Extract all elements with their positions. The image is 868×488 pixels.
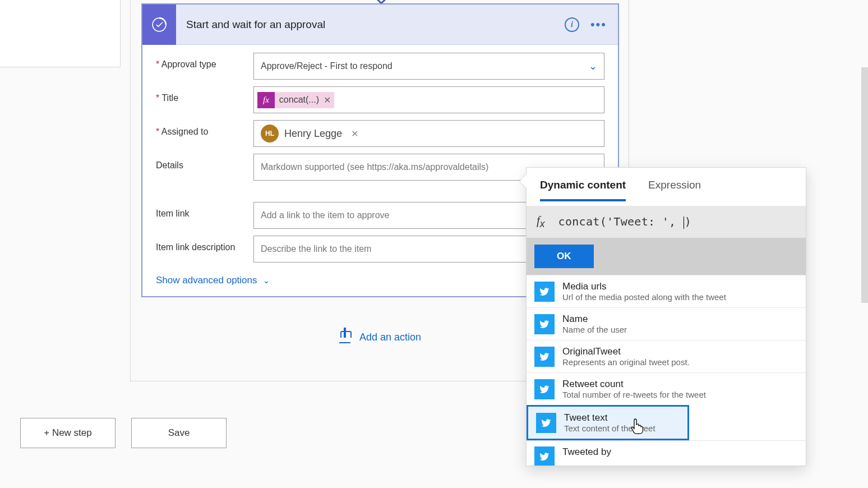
expression-input-row[interactable]: fx concat('Tweet: ', ) (527, 206, 806, 238)
title-input[interactable]: fx concat(...) ✕ (253, 86, 604, 113)
dc-desc: Total number of re-tweets for the tweet (562, 390, 706, 399)
twitter-icon (534, 347, 555, 367)
approval-type-value: Approve/Reject - First to respond (261, 61, 393, 71)
approval-icon (142, 4, 176, 45)
dc-title: Media urls (562, 281, 726, 292)
scrollbar[interactable] (861, 67, 868, 303)
field-approval-type: Approval type Approve/Reject - First to … (156, 53, 604, 80)
fx-symbol-icon: fx (537, 214, 545, 230)
new-step-button[interactable]: + New step (20, 418, 116, 448)
show-advanced-options-link[interactable]: Show advanced options ⌄ (156, 275, 270, 286)
twitter-icon (534, 446, 555, 466)
flow-designer-canvas: Start and wait for an approval i ••• App… (0, 0, 868, 488)
save-label: Save (168, 427, 190, 439)
remove-token-icon[interactable]: ✕ (324, 95, 334, 105)
expression-text: concat('Tweet: ', ) (558, 215, 691, 229)
flyout-tabs: Dynamic content Expression (527, 168, 806, 201)
dc-item-name[interactable]: Name Name of the user (527, 307, 806, 340)
ok-button[interactable]: OK (534, 245, 594, 268)
item-link-placeholder: Add a link to the item to approve (261, 210, 389, 220)
ok-row: OK (527, 238, 806, 275)
remove-person-icon[interactable]: ✕ (351, 128, 358, 139)
new-step-label: + New step (44, 427, 92, 439)
dc-item-retweet-count[interactable]: Retweet count Total number of re-tweets … (527, 372, 806, 405)
dc-desc: Url of the media posted along with the t… (562, 292, 726, 302)
label-title: Title (156, 86, 253, 103)
dc-title: Tweet text (564, 412, 655, 423)
item-link-desc-placeholder: Describe the link to the item (261, 244, 371, 254)
dc-item-original-tweet[interactable]: OriginalTweet Represents an original twe… (527, 340, 806, 372)
person-chip[interactable]: HL Henry Legge ✕ (261, 125, 358, 142)
avatar: HL (261, 125, 279, 142)
add-action-label: Add an action (359, 332, 421, 343)
dynamic-content-flyout: Dynamic content Expression fx concat('Tw… (526, 167, 806, 466)
dc-desc: Represents an original tweet post. (562, 357, 690, 367)
dc-item-tweeted-by[interactable]: Tweeted by (527, 440, 806, 466)
chevron-down-icon: ⌄ (263, 276, 270, 285)
action-header[interactable]: Start and wait for an approval i ••• (142, 4, 618, 45)
approval-type-dropdown[interactable]: Approve/Reject - First to respond ⌄ (253, 53, 604, 80)
twitter-icon (534, 282, 555, 302)
dc-item-media-urls[interactable]: Media urls Url of the media posted along… (527, 275, 806, 307)
dc-desc: Name of the user (562, 325, 627, 334)
label-details: Details (156, 154, 253, 171)
twitter-icon (534, 379, 555, 399)
dc-title: Name (562, 314, 627, 325)
info-icon[interactable]: i (565, 17, 579, 32)
dc-title: OriginalTweet (562, 346, 690, 357)
show-advanced-label: Show advanced options (156, 275, 257, 286)
save-button[interactable]: Save (131, 418, 227, 448)
flyout-pointer-icon (520, 174, 527, 188)
label-item-link: Item link (156, 202, 253, 219)
details-placeholder: Markdown supported (see https://aka.ms/a… (261, 162, 488, 172)
sidebar-stub (0, 0, 121, 67)
more-menu-icon[interactable]: ••• (590, 17, 607, 32)
add-action-button[interactable]: Add an action (339, 331, 421, 343)
dc-desc: Text content of the tweet (564, 423, 655, 433)
insert-step-icon (339, 331, 350, 343)
expression-token-label: concat(...) (275, 95, 324, 105)
tab-dynamic-content[interactable]: Dynamic content (540, 179, 626, 201)
action-title: Start and wait for an approval (176, 19, 565, 31)
twitter-icon (534, 314, 555, 334)
expression-token[interactable]: fx concat(...) ✕ (257, 92, 334, 108)
fx-icon: fx (257, 92, 275, 108)
assigned-to-input[interactable]: HL Henry Legge ✕ (253, 120, 604, 147)
tab-expression[interactable]: Expression (648, 179, 701, 201)
field-title: Title fx concat(...) ✕ (156, 86, 604, 113)
label-assigned-to: Assigned to (156, 120, 253, 137)
twitter-icon (536, 413, 556, 433)
dc-title: Retweet count (562, 379, 706, 390)
label-approval-type: Approval type (156, 53, 253, 70)
dynamic-content-list: Media urls Url of the media posted along… (527, 275, 806, 466)
dc-title: Tweeted by (562, 446, 611, 458)
field-assigned-to: Assigned to HL Henry Legge ✕ (156, 120, 604, 147)
dc-item-tweet-text[interactable]: Tweet text Text content of the tweet (527, 405, 689, 440)
label-item-link-desc: Item link description (156, 236, 253, 252)
chevron-down-icon: ⌄ (589, 60, 597, 72)
person-name: Henry Legge (284, 128, 342, 140)
